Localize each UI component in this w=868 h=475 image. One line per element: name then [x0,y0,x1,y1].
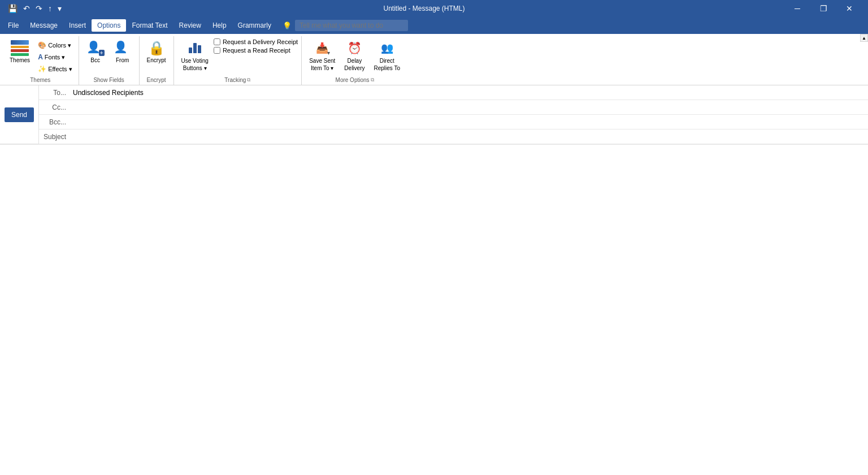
fonts-label: Fonts ▾ [45,54,66,61]
ribbon-group-more-options: 📥 ▾ Save SentItem To ▾ ⏰ DelayDelivery 👥 [302,36,407,85]
encrypt-content: 🔒 Encrypt [143,36,170,76]
up-qa-btn[interactable]: ↑ [46,3,54,14]
more-options-expand-icon[interactable]: ⧉ [371,77,374,83]
menu-review[interactable]: Review [173,19,207,32]
bcc-icon: 👤 + [86,40,105,56]
cc-field-row: Cc... [39,100,868,115]
email-fields: To... Cc... Bcc... Subject [39,85,868,144]
more-options-content: 📥 ▾ Save SentItem To ▾ ⏰ DelayDelivery 👥 [305,36,404,76]
bcc-label: Bcc [90,57,100,63]
compose-body[interactable] [0,144,868,475]
from-button[interactable]: 👤 From [110,37,136,66]
save-sent-icon: 📥 ▾ [313,40,331,56]
search-input[interactable] [295,20,408,31]
title-bar-controls: ─ ❐ ✕ [784,0,862,17]
tracking-content: Use VotingButtons ▾ Request a Delivery R… [177,36,298,76]
colors-label: Colors ▾ [48,42,71,49]
delivery-receipt-checkbox[interactable] [214,38,220,45]
save-sent-item-button[interactable]: 📥 ▾ Save SentItem To ▾ [305,37,339,75]
minimize-btn[interactable]: ─ [784,0,810,17]
menu-bar: File Message Insert Options Format Text … [0,17,868,34]
save-sent-label: Save SentItem To ▾ [309,57,335,72]
effects-label: Effects ▾ [48,66,72,73]
read-receipt-label: Request a Read Receipt [223,47,290,54]
subject-field-row: Subject [39,129,868,144]
cc-label[interactable]: Cc... [39,103,71,111]
bcc-label[interactable]: Bcc... [39,118,71,126]
search-lightbulb-icon: 💡 [283,21,292,30]
quick-access-toolbar: 💾 ↶ ↷ ↑ ▾ [6,3,64,14]
menu-grammarly[interactable]: Grammarly [232,19,277,32]
menu-file[interactable]: File [2,19,24,32]
themes-label: Themes [10,57,30,63]
encrypt-button[interactable]: 🔒 Encrypt [143,37,170,66]
restore-btn[interactable]: ❐ [810,0,836,17]
undo-qa-btn[interactable]: ↶ [21,3,32,14]
message-body[interactable] [0,145,868,475]
encrypt-label: Encrypt [147,57,166,63]
fonts-button[interactable]: A Fonts ▾ [35,51,75,63]
themes-button[interactable]: Themes [6,37,34,66]
delivery-receipt-row[interactable]: Request a Delivery Receipt [214,38,298,45]
read-receipt-checkbox[interactable] [214,47,220,54]
encrypt-group-label: Encrypt [143,76,170,85]
subject-label: Subject [39,133,71,141]
ribbon-content: Themes 🎨 Colors ▾ A Fonts ▾ ✨ Effects ▾ [0,34,868,85]
title-bar: 💾 ↶ ↷ ↑ ▾ Untitled - Message (HTML) ─ ❐ … [0,0,868,17]
voting-icon [186,40,204,56]
ribbon: Themes 🎨 Colors ▾ A Fonts ▾ ✨ Effects ▾ [0,34,868,85]
themes-small-buttons: 🎨 Colors ▾ A Fonts ▾ ✨ Effects ▾ [35,37,75,75]
cc-input[interactable] [71,101,868,114]
read-receipt-row[interactable]: Request a Read Receipt [214,47,298,54]
to-label[interactable]: To... [39,89,71,97]
direct-replies-button[interactable]: 👥 DirectReplies To [370,37,404,75]
menu-help[interactable]: Help [207,19,232,32]
more-options-label: More Options ⧉ [305,76,404,85]
save-qa-btn[interactable]: 💾 [6,3,20,14]
redo-qa-btn[interactable]: ↷ [33,3,45,14]
fonts-icon: A [38,53,43,61]
ribbon-group-tracking: Use VotingButtons ▾ Request a Delivery R… [174,36,302,85]
more-qa-btn[interactable]: ▾ [55,3,64,14]
delay-label: DelayDelivery [344,57,364,72]
ribbon-scroll-btn[interactable]: ▲ [860,34,868,42]
tracking-checkboxes: Request a Delivery Receipt Request a Rea… [214,37,298,54]
ribbon-group-show-fields: 👤 + Bcc 👤 From Show Fields [79,36,140,85]
tracking-expand-icon[interactable]: ⧉ [247,77,250,83]
tracking-group-label: Tracking ⧉ [177,76,298,85]
lock-icon: 🔒 [148,40,165,56]
ribbon-group-themes: Themes 🎨 Colors ▾ A Fonts ▾ ✨ Effects ▾ [2,36,79,85]
direct-replies-label: DirectReplies To [374,57,400,72]
menu-insert[interactable]: Insert [63,19,92,32]
effects-button[interactable]: ✨ Effects ▾ [35,63,75,75]
close-btn[interactable]: ✕ [836,0,862,17]
direct-replies-icon: 👥 [378,40,396,56]
bcc-field-row: Bcc... [39,115,868,129]
effects-icon: ✨ [38,65,46,73]
colors-icon: 🎨 [38,41,46,49]
menu-options[interactable]: Options [92,19,126,32]
to-input[interactable] [71,87,868,99]
to-field-row: To... [39,85,868,100]
use-voting-button[interactable]: Use VotingButtons ▾ [177,37,212,75]
delay-icon: ⏰ [345,40,363,56]
bcc-input[interactable] [71,116,868,128]
bcc-button[interactable]: 👤 + Bcc [83,37,108,66]
themes-group-label: Themes [6,76,75,85]
themes-group-content: Themes 🎨 Colors ▾ A Fonts ▾ ✨ Effects ▾ [6,36,75,76]
show-fields-content: 👤 + Bcc 👤 From [83,36,136,76]
show-fields-label: Show Fields [83,76,136,85]
voting-label: Use VotingButtons ▾ [181,57,209,72]
title-bar-left: 💾 ↶ ↷ ↑ ▾ [6,3,64,14]
ribbon-group-encrypt: 🔒 Encrypt Encrypt [140,36,174,85]
from-icon: 👤 [114,40,132,56]
send-area: Send [0,85,39,144]
send-button[interactable]: Send [5,107,34,122]
subject-input[interactable] [71,131,868,143]
delay-delivery-button[interactable]: ⏰ DelayDelivery [340,37,368,75]
menu-message[interactable]: Message [24,19,63,32]
delivery-receipt-label: Request a Delivery Receipt [223,38,298,45]
colors-button[interactable]: 🎨 Colors ▾ [35,40,75,51]
menu-format-text[interactable]: Format Text [126,19,173,32]
window-title: Untitled - Message (HTML) [64,5,784,12]
